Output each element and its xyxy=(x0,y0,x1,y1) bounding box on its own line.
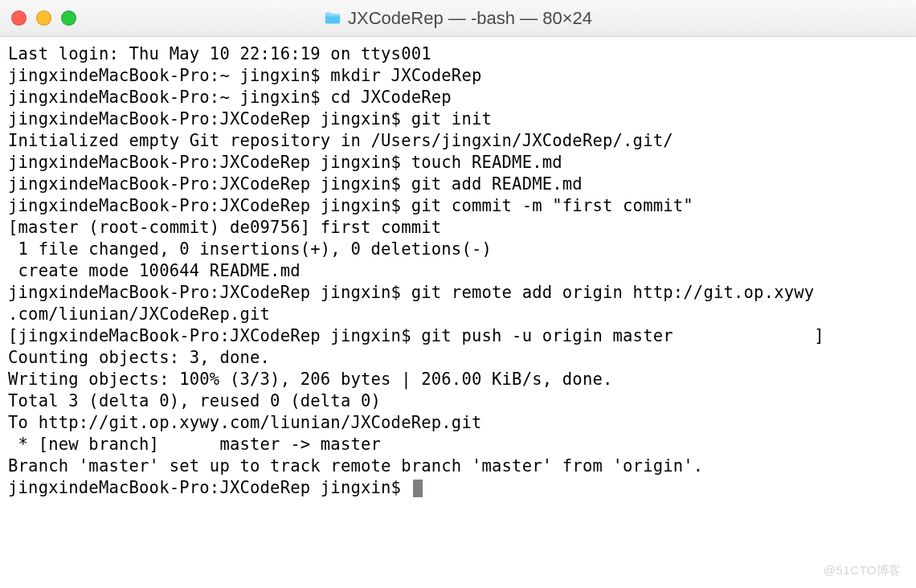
terminal-line: jingxindeMacBook-Pro:JXCodeRep jingxin$ … xyxy=(8,195,908,217)
close-button[interactable] xyxy=(11,10,27,26)
minimize-button[interactable] xyxy=(36,10,51,26)
folder-icon xyxy=(324,10,341,27)
terminal-line: jingxindeMacBook-Pro:JXCodeRep jingxin$ … xyxy=(8,108,908,130)
terminal-cursor xyxy=(413,480,423,497)
watermark: @51CTO博客 xyxy=(824,563,902,578)
zoom-button[interactable] xyxy=(61,10,76,26)
window-title-text: JXCodeRep — -bash — 80×24 xyxy=(348,8,592,29)
terminal-line: Initialized empty Git repository in /Use… xyxy=(8,130,908,152)
terminal-line: jingxindeMacBook-Pro:~ jingxin$ mkdir JX… xyxy=(8,65,908,87)
terminal-line: jingxindeMacBook-Pro:JXCodeRep jingxin$ xyxy=(8,477,908,499)
terminal-line: create mode 100644 README.md xyxy=(8,260,908,282)
terminal-line: jingxindeMacBook-Pro:JXCodeRep jingxin$ … xyxy=(8,174,908,195)
terminal-window: JXCodeRep — -bash — 80×24 Last login: Th… xyxy=(0,0,916,588)
terminal-line: jingxindeMacBook-Pro:JXCodeRep jingxin$ … xyxy=(8,282,908,304)
titlebar[interactable]: JXCodeRep — -bash — 80×24 xyxy=(0,0,916,37)
terminal-line: Total 3 (delta 0), reused 0 (delta 0) xyxy=(8,390,908,412)
terminal-line: Last login: Thu May 10 22:16:19 on ttys0… xyxy=(8,43,908,65)
terminal-line: Writing objects: 100% (3/3), 206 bytes |… xyxy=(8,369,908,390)
traffic-lights xyxy=(11,0,76,36)
terminal-line: jingxindeMacBook-Pro:JXCodeRep jingxin$ … xyxy=(8,152,908,174)
terminal-line: 1 file changed, 0 insertions(+), 0 delet… xyxy=(8,239,908,260)
terminal-line: Counting objects: 3, done. xyxy=(8,347,908,369)
terminal-line: .com/liunian/JXCodeRep.git xyxy=(8,304,908,325)
window-title: JXCodeRep — -bash — 80×24 xyxy=(324,8,592,29)
terminal-line: [master (root-commit) de09756] first com… xyxy=(8,217,908,239)
terminal-line: Branch 'master' set up to track remote b… xyxy=(8,455,908,477)
terminal-line: [jingxindeMacBook-Pro:JXCodeRep jingxin$… xyxy=(8,325,908,347)
terminal-line: * [new branch] master -> master xyxy=(8,434,908,455)
terminal-line: jingxindeMacBook-Pro:~ jingxin$ cd JXCod… xyxy=(8,87,908,108)
terminal-body[interactable]: Last login: Thu May 10 22:16:19 on ttys0… xyxy=(0,37,916,588)
terminal-line: To http://git.op.xywy.com/liunian/JXCode… xyxy=(8,412,908,434)
